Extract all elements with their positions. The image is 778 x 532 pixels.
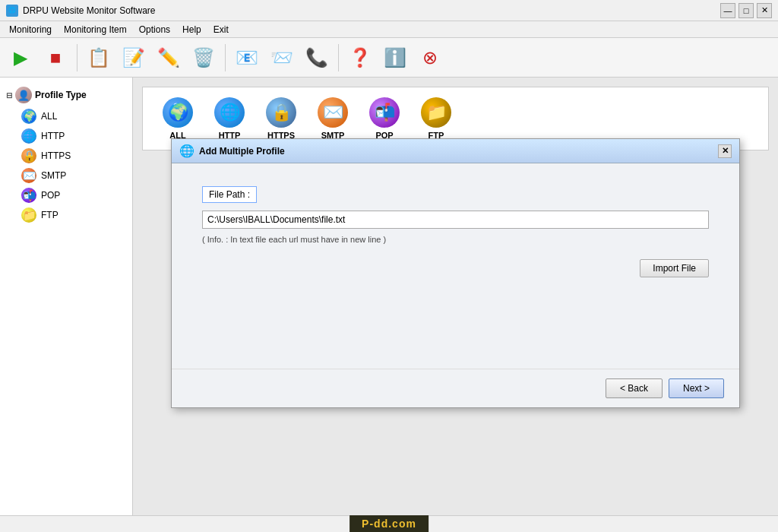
toolbar-sep-1 (77, 44, 77, 71)
error-button[interactable]: ⊗ (414, 42, 446, 74)
smtp-globe-icon: ✉️ (21, 168, 36, 183)
close-button[interactable]: ✕ (757, 3, 772, 18)
sidebar-label-ftp: FTP (41, 210, 59, 220)
email-remove-button[interactable]: 📧 (231, 42, 263, 74)
sidebar-label-https: HTTPS (41, 150, 71, 161)
dialog-body: File Path : ( Info. : In text file each … (172, 163, 739, 293)
title-controls: — □ ✕ (720, 3, 772, 18)
menu-help[interactable]: Help (176, 23, 207, 36)
import-file-button[interactable]: Import File (640, 259, 709, 277)
edit-button[interactable]: ✏️ (153, 42, 185, 74)
sidebar-label-pop: POP (41, 190, 60, 201)
toolbar: ▶ ■ 📋 📝 ✏️ 🗑️ 📧 📨 📞 ❓ ℹ️ ⊗ (0, 38, 778, 78)
watermark: P-dd.com (349, 515, 429, 532)
add-profile-icon: 📋 (87, 49, 110, 67)
help-icon: ❓ (349, 49, 372, 67)
error-icon: ⊗ (422, 49, 438, 67)
http-icon: 🌐 (214, 97, 245, 128)
tree-root[interactable]: ⊟ 👤 Profile Type (0, 84, 132, 106)
next-button[interactable]: Next > (669, 378, 724, 398)
info-icon: ℹ️ (384, 49, 406, 67)
http-globe-icon: 🌐 (21, 128, 36, 144)
sidebar-label-http: HTTP (41, 131, 65, 141)
dialog-title-icon: 🌐 (179, 144, 194, 158)
edit-icon: ✏️ (157, 49, 180, 67)
stop-icon: ■ (50, 49, 62, 67)
toolbar-sep-2 (225, 44, 226, 71)
menu-monitoring-item[interactable]: Monitoring Item (58, 23, 133, 36)
smtp-icon: ✉️ (318, 97, 348, 128)
profile-icon-http[interactable]: 🌐 HTTP (207, 93, 252, 144)
add-multiple-profile-dialog: 🌐 Add Multiple Profile ✕ File Path : ( I… (171, 138, 740, 408)
profile-icon-pop[interactable]: 📬 POP (362, 93, 407, 144)
menu-monitoring[interactable]: Monitoring (3, 23, 58, 36)
dialog-close-button[interactable]: ✕ (718, 144, 732, 158)
all-icon: 🌍 (163, 97, 193, 128)
info-button[interactable]: ℹ️ (379, 42, 411, 74)
stop-button[interactable]: ■ (40, 42, 71, 74)
profile-icon-ftp[interactable]: 📁 FTP (413, 93, 459, 144)
add-profile-button[interactable]: 📋 (83, 42, 115, 74)
dialog-spacer (172, 293, 739, 369)
main-layout: ⊟ 👤 Profile Type 🌍 ALL 🌐 HTTP 🔒 HTTPS ✉️… (0, 78, 778, 515)
sidebar-label-all: ALL (41, 111, 57, 122)
new-profile-icon: 📝 (122, 49, 145, 67)
email-remove-icon: 📧 (236, 49, 258, 67)
tree-expand-icon: ⊟ (6, 91, 12, 100)
new-profile-button[interactable]: 📝 (118, 42, 150, 74)
sidebar-label-smtp: SMTP (41, 170, 66, 181)
profile-icon-all[interactable]: 🌍 ALL (155, 93, 201, 144)
email-add-button[interactable]: 📨 (266, 42, 298, 74)
minimize-button[interactable]: — (720, 3, 735, 18)
dialog-title-bar: 🌐 Add Multiple Profile ✕ (172, 139, 739, 163)
sidebar-item-pop[interactable]: 📬 POP (0, 185, 132, 205)
toolbar-sep-3 (338, 44, 339, 71)
back-button[interactable]: < Back (606, 378, 663, 398)
sidebar-item-http[interactable]: 🌐 HTTP (0, 126, 132, 146)
ftp-globe-icon: 📁 (21, 207, 36, 223)
menu-bar: Monitoring Monitoring Item Options Help … (0, 21, 778, 38)
app-icon: 🌐 (6, 5, 18, 17)
sidebar-item-https[interactable]: 🔒 HTTPS (0, 146, 132, 166)
sidebar-item-smtp[interactable]: ✉️ SMTP (0, 166, 132, 185)
sidebar-item-all[interactable]: 🌍 ALL (0, 106, 132, 126)
file-path-input[interactable] (202, 211, 709, 229)
play-button[interactable]: ▶ (5, 42, 36, 74)
https-icon: 🔒 (266, 97, 296, 128)
file-path-info: ( Info. : In text file each url must hav… (202, 235, 709, 244)
dialog-footer: < Back Next > (172, 369, 739, 407)
dialog-title-left: 🌐 Add Multiple Profile (179, 144, 285, 158)
email-add-icon: 📨 (270, 49, 293, 67)
profile-type-icon: 👤 (15, 87, 32, 103)
play-icon: ▶ (14, 49, 27, 67)
file-path-label: File Path : (202, 186, 257, 203)
ftp-icon: 📁 (421, 97, 451, 128)
pop-globe-icon: 📬 (21, 188, 36, 203)
dialog-title-text: Add Multiple Profile (199, 146, 285, 157)
pop-icon: 📬 (369, 97, 400, 128)
delete-icon: 🗑️ (192, 49, 215, 67)
maximize-button[interactable]: □ (738, 3, 754, 18)
https-globe-icon: 🔒 (21, 148, 36, 163)
sidebar: ⊟ 👤 Profile Type 🌍 ALL 🌐 HTTP 🔒 HTTPS ✉️… (0, 78, 133, 515)
sidebar-root-label: Profile Type (35, 90, 87, 100)
profile-icon-https[interactable]: 🔒 HTTPS (258, 93, 304, 144)
phone-button[interactable]: 📞 (301, 42, 333, 74)
menu-exit[interactable]: Exit (207, 23, 235, 36)
sidebar-item-ftp[interactable]: 📁 FTP (0, 205, 132, 225)
title-bar-left: 🌐 DRPU Website Monitor Software (6, 5, 156, 17)
phone-icon: 📞 (305, 49, 328, 67)
app-title: DRPU Website Monitor Software (23, 5, 156, 16)
help-button[interactable]: ❓ (344, 42, 376, 74)
menu-options[interactable]: Options (133, 23, 176, 36)
delete-button[interactable]: 🗑️ (188, 42, 220, 74)
all-globe-icon: 🌍 (21, 109, 36, 124)
content-area: 🌍 ALL 🌐 HTTP 🔒 HTTPS ✉️ SMTP 📬 POP 📁 (133, 78, 778, 515)
title-bar: 🌐 DRPU Website Monitor Software — □ ✕ (0, 0, 778, 21)
profile-icon-smtp[interactable]: ✉️ SMTP (310, 93, 356, 144)
